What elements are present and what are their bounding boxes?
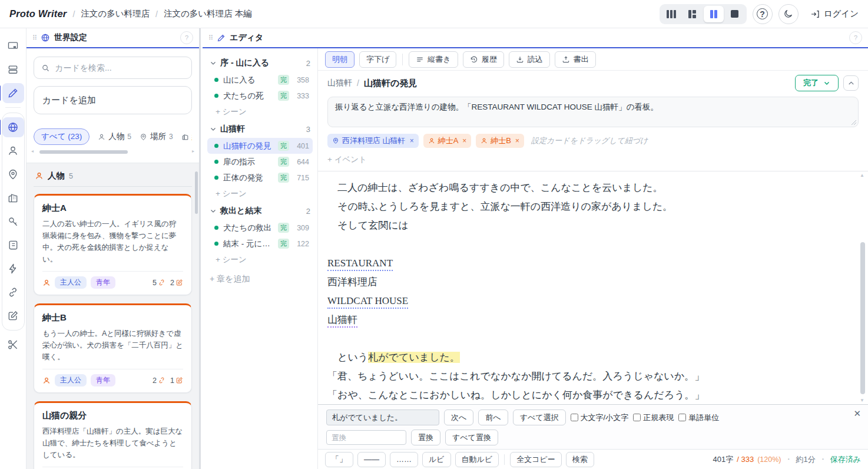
scene-row[interactable]: 山に入る 完 358: [207, 72, 313, 88]
cut-scissors-icon[interactable]: [2, 335, 24, 355]
replace-button[interactable]: 置換: [411, 430, 440, 445]
role-tag[interactable]: 主人公: [55, 276, 87, 289]
scroll-up-arrow-icon[interactable]: ▲: [860, 173, 864, 178]
replace-input[interactable]: [326, 430, 406, 445]
font-mincho-button[interactable]: 明朝: [325, 51, 355, 68]
login-button[interactable]: ログイン: [810, 8, 859, 19]
scene-row[interactable]: 犬たちの救出 完 309: [207, 220, 313, 236]
add-scene-button[interactable]: + シーン: [207, 252, 313, 268]
scene-status-select[interactable]: 完了: [795, 75, 839, 91]
breadcrumb-project[interactable]: 注文の多い料理店: [81, 8, 150, 19]
search-button[interactable]: 検索: [566, 452, 594, 467]
role-tag[interactable]: 主人公: [55, 374, 87, 387]
ruby-button[interactable]: ルビ: [422, 452, 451, 467]
vertical-writing-button[interactable]: 縦書き: [409, 51, 458, 68]
copy-all-button[interactable]: 全文コピー: [510, 452, 562, 467]
regex-option[interactable]: 正規表現: [633, 412, 674, 423]
export-button[interactable]: 書出: [555, 51, 596, 68]
layout-columns-3-button[interactable]: [661, 6, 681, 22]
scene-row[interactable]: 正体の発覚 完 715: [207, 170, 313, 186]
filter-organization-chip[interactable]: 組織: [181, 131, 192, 142]
memo-compose-icon[interactable]: [2, 306, 24, 326]
horizontal-scrollbar-thumb[interactable]: [39, 150, 128, 154]
attribute-tag[interactable]: 青年: [91, 374, 115, 387]
presentation-icon[interactable]: [2, 36, 24, 56]
insert-brackets-button[interactable]: 「」: [325, 452, 353, 467]
add-card-button[interactable]: カードを追加: [34, 86, 192, 114]
drag-handle-icon[interactable]: ⠿: [208, 34, 213, 42]
filter-person-chip[interactable]: 人物 5: [98, 131, 131, 142]
editor-pencil-icon[interactable]: [2, 83, 24, 103]
close-icon[interactable]: ✕: [853, 408, 861, 419]
add-chapter-button[interactable]: + 章を追加: [207, 268, 313, 290]
scene-row[interactable]: 犬たちの死 完 333: [207, 88, 313, 104]
breadcrumb-document[interactable]: 注文の多い料理店 本編: [164, 8, 252, 19]
dark-mode-button[interactable]: [778, 4, 799, 24]
card-list-scrollbar-thumb[interactable]: [195, 171, 198, 214]
person-tag[interactable]: 紳士A ×: [423, 134, 472, 148]
filter-all-chip[interactable]: すべて (23): [34, 128, 90, 145]
resize-handle[interactable]: [850, 119, 856, 125]
manuscript-text[interactable]: 二人の紳士は、ざわざわ鳴るすすきの中で、こんなことを云いました。 その時ふとうし…: [327, 179, 853, 404]
world-globe-icon[interactable]: [2, 117, 24, 137]
place-tag[interactable]: 西洋料理店 山猫軒 ×: [327, 134, 419, 148]
chapter-row[interactable]: 救出と結末 2: [207, 202, 313, 220]
replace-all-button[interactable]: すべて置換: [445, 430, 498, 445]
match-case-checkbox[interactable]: [571, 414, 578, 421]
remove-tag-icon[interactable]: ×: [515, 137, 519, 145]
place-pin-icon[interactable]: [2, 164, 24, 184]
character-card[interactable]: 紳士A 二人の若い紳士の一人。イギリス風の狩猟装備に身を包み、獲物を撃つことに夢…: [34, 194, 192, 295]
auto-ruby-button[interactable]: 自動ルビ: [455, 452, 499, 467]
event-bolt-icon[interactable]: [2, 259, 24, 279]
scene-summary-textarea[interactable]: 振り返ると立派な西洋造りの建物。「RESTAURANT WILDCAT HOUS…: [327, 97, 859, 127]
match-case-option[interactable]: 大文字/小文字: [571, 412, 629, 423]
person-tag[interactable]: 紳士B ×: [476, 134, 524, 148]
find-input[interactable]: [326, 409, 439, 425]
brand-logo[interactable]: Proto Writer: [9, 8, 67, 19]
scene-row[interactable]: 扉の指示 完 644: [207, 154, 313, 170]
scroll-right-arrow-icon[interactable]: ▸: [192, 148, 194, 154]
history-button[interactable]: 履歴: [463, 51, 504, 68]
scrollbar-thumb[interactable]: [860, 242, 865, 394]
scroll-down-arrow-icon[interactable]: ▼: [860, 398, 864, 403]
cards-icon[interactable]: [2, 60, 24, 80]
whole-word-checkbox[interactable]: [678, 414, 686, 421]
editor-help-icon[interactable]: ?: [849, 31, 862, 44]
collapse-scene-button[interactable]: [843, 75, 859, 91]
filter-horizontal-scrollbar[interactable]: ◂ ▸: [35, 150, 191, 154]
remove-tag-icon[interactable]: ×: [462, 137, 466, 145]
relation-link-icon[interactable]: [2, 282, 24, 302]
filter-place-chip[interactable]: 場所 3: [140, 131, 173, 142]
add-scene-button[interactable]: + シーン: [207, 104, 313, 120]
scroll-term-icon[interactable]: [2, 235, 24, 255]
help-button[interactable]: ?: [753, 4, 773, 24]
chapter-row[interactable]: 序 - 山に入る 2: [207, 54, 313, 72]
regex-checkbox[interactable]: [633, 414, 641, 421]
manuscript-scrollbar[interactable]: ▲ ▼: [859, 173, 866, 403]
chapter-row[interactable]: 山猫軒 3: [207, 120, 313, 138]
add-scene-button[interactable]: + シーン: [207, 186, 313, 202]
scene-row[interactable]: 結末 - 元に戻らな… 完 122: [207, 236, 313, 252]
card-search-input[interactable]: [55, 63, 184, 72]
indent-button[interactable]: 字下げ: [359, 51, 396, 68]
scroll-left-arrow-icon[interactable]: ◂: [31, 148, 34, 154]
layout-mixed-button[interactable]: [683, 6, 703, 22]
select-all-matches-button[interactable]: すべて選択: [513, 409, 566, 425]
drag-handle-icon[interactable]: ⠿: [32, 34, 37, 42]
key-item-icon[interactable]: [2, 212, 24, 232]
remove-tag-icon[interactable]: ×: [410, 137, 414, 145]
attribute-tag[interactable]: 青年: [91, 276, 115, 289]
add-event-button[interactable]: + イベント: [327, 154, 859, 165]
character-card[interactable]: 紳士B もう一人の紳士。Aと同様に狩猟好きで虚栄心が強い。犬の損害を「二千八百円…: [34, 303, 192, 393]
scene-row-active[interactable]: 山猫軒の発見 完 401: [207, 138, 313, 154]
whole-word-option[interactable]: 単語単位: [678, 412, 719, 423]
layout-columns-2-button[interactable]: [704, 6, 724, 22]
scene-chapter-breadcrumb[interactable]: 山猫軒: [327, 78, 352, 88]
layout-single-button[interactable]: [725, 6, 745, 22]
import-button[interactable]: 読込: [509, 51, 550, 68]
find-next-button[interactable]: 次へ: [444, 409, 473, 425]
insert-ellipsis-button[interactable]: ……: [390, 452, 418, 467]
character-card[interactable]: 山猫の親分 西洋料理店「山猫軒」の主人。実は巨大な山猫で、紳士たちを料理して食べ…: [34, 401, 192, 469]
person-icon[interactable]: [2, 141, 24, 161]
world-help-icon[interactable]: ?: [180, 31, 193, 44]
